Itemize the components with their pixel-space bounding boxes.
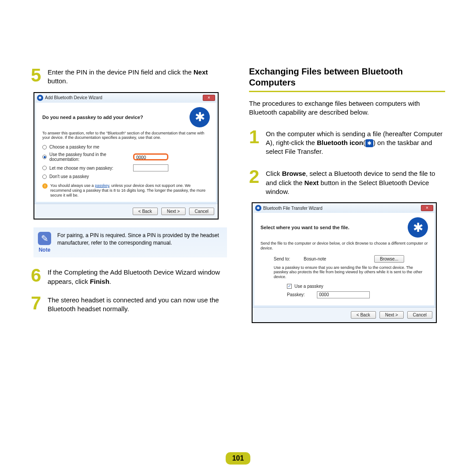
bluetooth-icon: ✱	[190, 107, 210, 127]
bluetooth-icon: ✱	[408, 217, 428, 238]
step-number: 1	[249, 128, 261, 146]
dialog-help-text: Send the file to the computer or device …	[260, 241, 428, 251]
bluetooth-icon: ✱	[255, 205, 261, 211]
file-transfer-wizard-dialog: ✱ Bluetooth File Transfer Wizard × Selec…	[252, 202, 437, 323]
section-heading: Exchanging Files between Bluetooth Compu…	[249, 66, 445, 92]
back-button[interactable]: < Back	[133, 208, 158, 215]
step-number: 7	[31, 294, 43, 312]
checkbox-icon[interactable]: ✓	[287, 284, 292, 289]
passkey-help: Use a passkey to ensure that you are sen…	[274, 265, 428, 279]
passkey-label: Passkey:	[287, 292, 317, 297]
step-5: 5 Enter the PIN in the device PIN field …	[31, 66, 227, 86]
radio-icon[interactable]	[42, 166, 47, 170]
radio-icon[interactable]	[42, 175, 47, 179]
note-text: For pairing, a PIN is required. Since a …	[57, 232, 223, 253]
close-icon[interactable]: ×	[203, 95, 215, 101]
radio-option[interactable]: Don't use a passkey	[42, 174, 210, 179]
step-text: On the computer which is sending a file …	[266, 128, 445, 156]
step-number: 2	[249, 167, 261, 186]
dialog-help-text: To answer this question, refer to the "B…	[42, 131, 210, 141]
radio-icon[interactable]	[42, 145, 47, 149]
warning-row: ! You should always use a passkey, unles…	[42, 183, 210, 197]
dialog-title: Bluetooth File Transfer Wizard	[263, 206, 323, 211]
passkey-link[interactable]: passkey	[95, 183, 109, 188]
step-2: 2 Click Browse, select a Bluetooth devic…	[249, 167, 445, 196]
browse-button[interactable]: Browse...	[374, 255, 404, 263]
passkey-input-row: Passkey: 0000	[287, 291, 428, 298]
dialog-heading: Select where you want to send the file.	[260, 225, 408, 230]
dialog-titlebar: ✱ Bluetooth File Transfer Wizard ×	[253, 203, 436, 213]
dialog-heading: Do you need a passkey to add your device…	[42, 115, 190, 120]
next-button[interactable]: Next >	[379, 311, 404, 319]
step-text: The stereo headset is connected and you …	[48, 294, 227, 314]
page-number: 101	[226, 452, 250, 465]
warning-icon: !	[42, 183, 48, 189]
radio-icon[interactable]	[42, 155, 47, 159]
passkey-input[interactable]: 0000	[133, 153, 168, 160]
step-number: 6	[31, 266, 43, 285]
step-text: Enter the PIN in the device PIN field an…	[48, 66, 227, 86]
note-box: ✎ Note For pairing, a PIN is required. S…	[33, 227, 227, 257]
step-number: 5	[31, 66, 43, 85]
step-1: 1 On the computer which is sending a fil…	[249, 128, 445, 156]
sendto-value: Bosun-note	[304, 257, 374, 261]
dialog-titlebar: ✱ Add Bluetooth Device Wizard ×	[34, 93, 218, 103]
back-button[interactable]: < Back	[351, 311, 376, 319]
dialog-title: Add Bluetooth Device Wizard	[45, 95, 102, 100]
passkey-field[interactable]: 0000	[317, 291, 370, 298]
radio-option[interactable]: Use the passkey found in the documentati…	[42, 152, 210, 162]
step-6: 6 If the Completing the Add Bluetooth De…	[31, 266, 227, 286]
own-passkey-input[interactable]	[133, 164, 168, 171]
step-7: 7 The stereo headset is connected and yo…	[31, 294, 227, 314]
radio-option[interactable]: Let me choose my own passkey:	[42, 164, 210, 171]
note-label: Note	[39, 247, 51, 253]
cancel-button[interactable]: Cancel	[189, 208, 214, 215]
close-icon[interactable]: ×	[421, 205, 433, 211]
next-button[interactable]: Next >	[161, 208, 186, 215]
bluetooth-icon: ✱	[37, 95, 43, 101]
step-text: If the Completing the Add Bluetooth Devi…	[48, 266, 227, 286]
use-passkey-row[interactable]: ✓ Use a passkey	[287, 284, 428, 289]
send-to-row: Send to: Bosun-note Browse...	[274, 255, 428, 263]
note-icon: ✎	[38, 232, 51, 245]
sendto-label: Send to:	[274, 257, 304, 261]
radio-option[interactable]: Choose a passkey for me	[42, 145, 210, 149]
cancel-button[interactable]: Cancel	[407, 311, 432, 319]
add-bluetooth-wizard-dialog: ✱ Add Bluetooth Device Wizard × Do you n…	[33, 92, 219, 220]
step-text: Click Browse, select a Bluetooth device …	[266, 167, 445, 196]
bluetooth-icon: ✱	[365, 139, 373, 147]
section-intro: The procedures to exchange files between…	[249, 99, 445, 117]
